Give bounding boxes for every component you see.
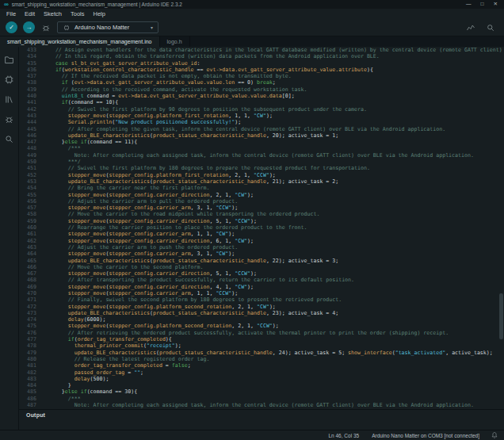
code-line: 483 delay(500); <box>19 376 504 382</box>
line-number: 482 <box>19 369 43 376</box>
code-text: stepper_move(stepper_config.platform_sec… <box>43 323 504 329</box>
board-connection-status: Arduino Nano Matter on COM3 [not connect… <box>372 433 479 438</box>
code-line: 447 }else if(command == 11){ <box>19 139 504 145</box>
code-line: 448 /*** <box>19 145 504 151</box>
code-text: delay(6000); <box>43 316 504 323</box>
upload-button[interactable]: → <box>23 21 35 33</box>
menu-sketch[interactable]: Sketch <box>44 10 62 17</box>
verify-button[interactable]: ✓ <box>6 21 17 33</box>
code-line: 441 if(command == 10){ <box>19 99 504 105</box>
output-panel: Output <box>19 409 504 430</box>
line-number: 478 <box>19 342 43 349</box>
line-number: 486 <box>19 396 43 402</box>
menu-file[interactable]: File <box>6 10 16 17</box>
code-line: 481 order_tag_transfer_completed = false… <box>19 362 504 369</box>
search-icon <box>4 134 14 144</box>
board-selector[interactable]: Arduino Nano Matter ▾ <box>57 21 158 33</box>
line-number: 435 <box>19 60 43 67</box>
sketchbook-button[interactable] <box>0 50 19 70</box>
activity-bar <box>0 47 19 430</box>
upload-arrow-icon: → <box>26 25 32 31</box>
code-text: // Rearrange the carrier position to pla… <box>43 224 504 231</box>
code-text: Note: After completing each assigned tas… <box>43 402 504 408</box>
notifications-button[interactable] <box>491 431 498 439</box>
menu-bar: File Edit Sketch Tools Help <box>0 9 504 19</box>
maximize-icon[interactable]: □ <box>481 2 484 7</box>
line-number: 467 <box>19 270 43 277</box>
menu-help[interactable]: Help <box>93 10 105 17</box>
debug-panel-button[interactable] <box>0 109 19 129</box>
line-number: 457 <box>19 205 43 211</box>
code-line: 473 update_BLE_characteristics(product_s… <box>19 310 504 316</box>
folder-icon <box>4 55 14 65</box>
minimize-icon[interactable]: — <box>466 2 472 7</box>
line-number: 438 <box>19 79 43 86</box>
line-number: 448 <box>19 145 43 151</box>
debug-button[interactable] <box>40 22 52 33</box>
code-line: 458 // Move the carrier to the road midp… <box>19 211 504 217</box>
line-number: 460 <box>19 224 43 231</box>
code-text: delay(500); <box>43 376 504 382</box>
code-line: 484 } <box>19 382 504 388</box>
line-number: 480 <box>19 356 43 362</box>
code-line: 452 stepper_move(stepper_config.platform… <box>19 172 504 178</box>
code-text: /*** <box>43 145 504 151</box>
code-text: // After transporting the product succes… <box>43 277 504 283</box>
code-editor[interactable]: 433 // Assign event handlers for the dat… <box>19 47 504 409</box>
board-selector-label: Arduino Nano Matter <box>74 24 129 31</box>
line-number: 449 <box>19 152 43 159</box>
line-number: 477 <box>19 336 43 342</box>
code-text: // Release the latest registered order t… <box>43 356 504 362</box>
code-line: 486 /*** <box>19 396 504 402</box>
editor-scrollbar[interactable] <box>499 293 503 339</box>
line-number: 450 <box>19 159 43 165</box>
library-manager-button[interactable] <box>0 90 19 109</box>
search-button[interactable] <box>0 129 19 149</box>
code-line: 476 // After retrieving the ordered prod… <box>19 330 504 336</box>
code-text: if(command == 10){ <box>43 99 504 105</box>
line-number: 445 <box>19 126 43 132</box>
code-text: // Adjust the carrier arm to pull the or… <box>43 198 504 205</box>
code-text: Note: After completing each assigned tas… <box>43 152 504 159</box>
code-line: 470 stepper_move(stepper_config.carrier_… <box>19 290 504 297</box>
code-line: 446 update_BLE_characteristics(product_s… <box>19 132 504 139</box>
boards-manager-button[interactable] <box>0 70 19 90</box>
line-number: 439 <box>19 86 43 93</box>
tab-label: logo.h <box>167 39 182 44</box>
line-number: 483 <box>19 376 43 382</box>
code-line: 462 stepper_move(stepper_config.carrier_… <box>19 238 504 244</box>
line-number: 440 <box>19 93 43 99</box>
code-line: 478 thermal_printer_commit("receipt"); <box>19 342 504 349</box>
code-text: passed_order_tag = ""; <box>43 369 504 376</box>
line-number: 454 <box>19 185 43 191</box>
line-number: 453 <box>19 178 43 185</box>
debug-bug-icon <box>4 114 14 124</box>
code-text: stepper_move(stepper_config.carrier_dire… <box>43 270 504 277</box>
line-number: 458 <box>19 211 43 217</box>
line-number: 446 <box>19 132 43 139</box>
tab-sketch-ino[interactable]: smart_shipping_workstation_mechanism_man… <box>0 36 160 47</box>
editor-tab-bar: smart_shipping_workstation_mechanism_man… <box>0 36 504 47</box>
code-line: 456 // Adjust the carrier arm to pull th… <box>19 198 504 205</box>
serial-monitor-button[interactable] <box>485 22 496 33</box>
code-line: 453 update_BLE_characteristics(product_s… <box>19 178 504 185</box>
verify-check-icon: ✓ <box>9 25 14 31</box>
code-text: // After completing the given task, info… <box>43 126 504 132</box>
code-line: 454 // Bring the carrier near the first … <box>19 185 504 191</box>
code-line: 435 case sl_bt_evt_gatt_server_attribute… <box>19 60 504 67</box>
line-number: 471 <box>19 297 43 303</box>
code-line: 469 stepper_move(stepper_config.carrier_… <box>19 284 504 290</box>
code-text: case sl_bt_evt_gatt_server_attribute_val… <box>43 60 504 67</box>
toolbar-right <box>465 22 498 33</box>
serial-plotter-button[interactable] <box>465 22 476 33</box>
code-line: 444 Serial.println("New product position… <box>19 119 504 125</box>
bug-icon <box>41 23 51 33</box>
menu-tools[interactable]: Tools <box>71 10 85 17</box>
tab-logo-h[interactable]: logo.h <box>160 36 190 47</box>
code-line: 472 stepper_move(stepper_config.platform… <box>19 304 504 310</box>
menu-edit[interactable]: Edit <box>25 10 35 17</box>
close-icon[interactable]: ✕ <box>494 2 498 7</box>
code-text: }else if(command == 30){ <box>43 388 504 395</box>
code-text: // Swivel the first platform by 90 degre… <box>43 106 504 113</box>
code-line: 463 // Adjust the carrier arm to push th… <box>19 244 504 251</box>
